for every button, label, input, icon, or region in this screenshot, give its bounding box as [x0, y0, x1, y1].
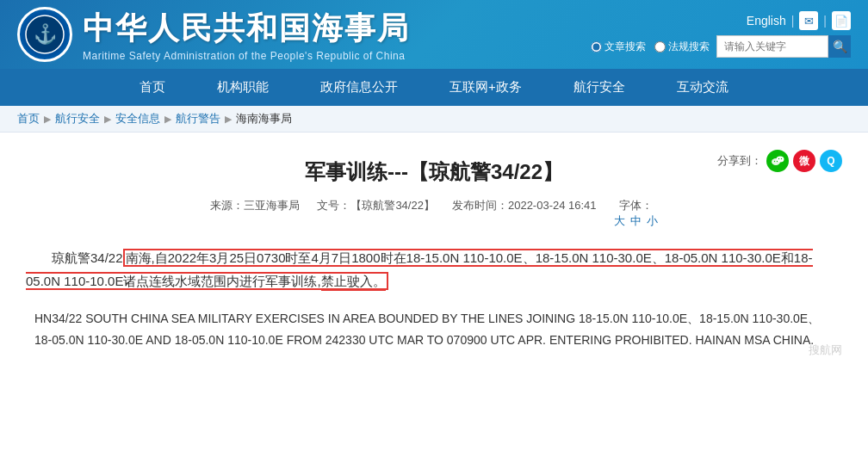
share-wechat-button[interactable] — [766, 150, 789, 172]
search-option-law-label: 法规搜索 — [668, 40, 710, 54]
breadcrumb: 首页 ▶ 航行安全 ▶ 安全信息 ▶ 航行警告 ▶ 海南海事局 — [0, 106, 868, 133]
search-option-article-label: 文章搜索 — [604, 40, 646, 54]
search-radio-group: 文章搜索 法规搜索 — [591, 40, 710, 54]
fontsize-group: 大 中 小 — [614, 213, 658, 229]
breadcrumb-arrow-2: ▶ — [104, 114, 111, 125]
svg-point-7 — [777, 161, 778, 162]
main-nav: 首页 机构职能 政府信息公开 互联网+政务 航行安全 互动交流 — [0, 69, 868, 106]
fontsize-medium[interactable]: 中 — [630, 213, 642, 229]
separator-1: | — [791, 14, 795, 28]
search-option-law[interactable]: 法规搜索 — [654, 40, 710, 54]
docno-value: 【琼航警34/22】 — [350, 199, 435, 212]
breadcrumb-arrow-4: ▶ — [225, 114, 232, 125]
svg-text:⚓: ⚓ — [34, 22, 58, 46]
logo-text-block: 中华人民共和国海事局 Maritime Safety Administratio… — [83, 8, 410, 62]
cn-highlight-end: 禁止驶入。 — [321, 274, 386, 291]
header-branding: ⚓ 中华人民共和国海事局 Maritime Safety Administrat… — [17, 7, 410, 62]
search-input[interactable] — [716, 35, 828, 58]
nav-item-interaction[interactable]: 互动交流 — [651, 69, 754, 106]
share-label: 分享到： — [717, 153, 762, 169]
source-label: 来源： — [210, 199, 244, 212]
svg-point-6 — [774, 161, 775, 162]
nav-item-internet[interactable]: 互联网+政务 — [424, 69, 548, 106]
breadcrumb-home[interactable]: 首页 — [17, 111, 40, 127]
breadcrumb-safety-info[interactable]: 安全信息 — [115, 111, 160, 127]
search-radio-article[interactable] — [591, 41, 602, 52]
separator-2: | — [823, 14, 827, 28]
source-value: 三亚海事局 — [244, 199, 300, 212]
meta-publish: 发布时间：2022-03-24 16:41 — [452, 198, 597, 229]
nav-item-home[interactable]: 首页 — [114, 69, 191, 106]
search-button[interactable]: 🔍 — [828, 35, 851, 58]
nav-item-functions[interactable]: 机构职能 — [191, 69, 294, 106]
cn-pre-text: 琼航警34/22 — [52, 250, 123, 265]
site-title-cn: 中华人民共和国海事局 — [83, 8, 410, 50]
cn-highlighted-text: 南海,自2022年3月25日0730时至4月7日1800时在18-15.0N 1… — [26, 249, 813, 290]
article-paragraph-cn: 琼航警34/22南海,自2022年3月25日0730时至4月7日1800时在18… — [26, 246, 842, 293]
breadcrumb-arrow-3: ▶ — [164, 114, 171, 125]
fontsize-large[interactable]: 大 — [614, 213, 625, 229]
english-link[interactable]: English — [747, 14, 786, 28]
article-paragraph-en: HN34/22 SOUTH CHINA SEA MILITARY EXERCIS… — [26, 308, 842, 351]
docno-label: 文号： — [317, 199, 350, 212]
header-right: English | ✉ | 📄 文章搜索 法规搜索 🔍 — [591, 11, 851, 58]
site-logo: ⚓ — [17, 7, 72, 62]
fontsize-label: 字体： — [619, 199, 653, 212]
document-icon[interactable]: 📄 — [832, 11, 851, 30]
search-area: 文章搜索 法规搜索 🔍 — [591, 35, 851, 58]
share-weibo-button[interactable]: 微 — [793, 150, 815, 172]
publish-label: 发布时间： — [452, 199, 508, 212]
breadcrumb-current: 海南海事局 — [236, 111, 292, 127]
svg-point-4 — [778, 158, 779, 159]
share-qq-button[interactable]: Q — [820, 150, 842, 172]
site-header: ⚓ 中华人民共和国海事局 Maritime Safety Administrat… — [0, 0, 868, 69]
nav-item-nav-safety[interactable]: 航行安全 — [548, 69, 651, 106]
meta-fontsize: 字体： 大 中 小 — [614, 198, 658, 229]
meta-source: 来源：三亚海事局 — [210, 198, 300, 229]
search-radio-law[interactable] — [654, 41, 666, 52]
wechat-icon — [771, 154, 784, 168]
email-icon[interactable]: ✉ — [799, 11, 818, 30]
content-area: 分享到： 微 Q 军事训练---【琼航警34/22】 来源：三亚海事局 文号：【… — [0, 133, 868, 384]
article-body: 琼航警34/22南海,自2022年3月25日0730时至4月7日1800时在18… — [26, 246, 842, 351]
search-option-article[interactable]: 文章搜索 — [591, 40, 646, 54]
publish-value: 2022-03-24 16:41 — [508, 199, 597, 212]
article-meta: 来源：三亚海事局 文号：【琼航警34/22】 发布时间：2022-03-24 1… — [26, 198, 842, 229]
fontsize-small[interactable]: 小 — [647, 213, 658, 229]
site-title-en: Maritime Safety Administration of the Pe… — [83, 50, 410, 62]
breadcrumb-arrow-1: ▶ — [44, 114, 51, 125]
nav-item-gov-info[interactable]: 政府信息公开 — [294, 69, 424, 106]
search-box: 🔍 — [716, 35, 851, 58]
meta-docno: 文号：【琼航警34/22】 — [317, 198, 435, 229]
breadcrumb-nav-safety[interactable]: 航行安全 — [55, 111, 100, 127]
header-links: English | ✉ | 📄 — [747, 11, 851, 30]
breadcrumb-nav-warning[interactable]: 航行警告 — [176, 111, 220, 127]
logo-icon: ⚓ — [23, 13, 66, 56]
share-bar: 分享到： 微 Q — [717, 150, 842, 172]
svg-point-5 — [781, 158, 782, 159]
